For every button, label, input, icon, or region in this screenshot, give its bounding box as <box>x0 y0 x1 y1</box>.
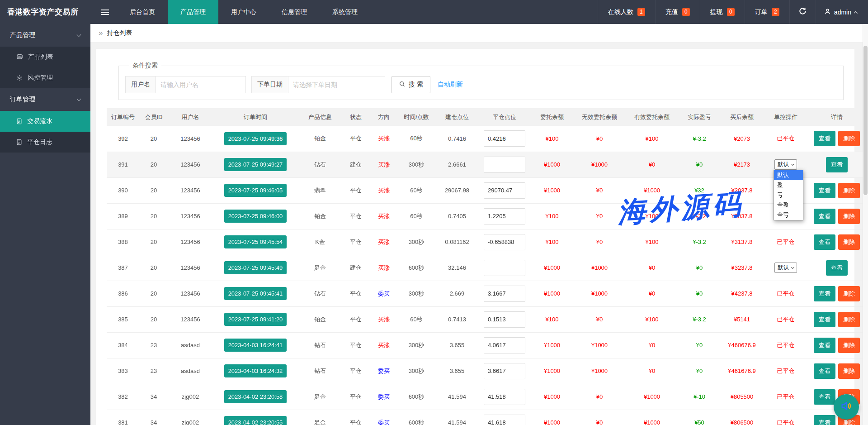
direction-label: 委买 <box>378 419 390 425</box>
close-point-input[interactable] <box>484 234 525 250</box>
sound-fab-button[interactable] <box>834 394 859 420</box>
delete-button[interactable]: 删除 <box>838 209 860 224</box>
view-button[interactable]: 查看 <box>814 312 835 327</box>
table-row: 389201234562023-07-25 09:46:00铂金平仓买涨60秒0… <box>107 203 866 229</box>
sidebar-item-0-1[interactable]: 风控管理 <box>0 67 90 88</box>
delete-button[interactable]: 删除 <box>838 234 860 250</box>
view-button[interactable]: 查看 <box>814 286 835 301</box>
delete-button[interactable]: 删除 <box>838 286 860 301</box>
select-option-1[interactable]: 盈 <box>774 180 803 190</box>
scrollbar[interactable] <box>863 24 868 425</box>
view-button[interactable]: 查看 <box>826 157 848 172</box>
sidebar-item-0-0[interactable]: 产品列表 <box>0 47 90 67</box>
chevron-up-icon <box>854 11 858 14</box>
delete-button[interactable]: 删除 <box>838 363 860 379</box>
close-point-input[interactable] <box>484 157 525 173</box>
product-name: 足金 <box>314 393 326 400</box>
order-time-button[interactable]: 2023-07-25 09:45:49 <box>224 261 287 274</box>
select-option-3[interactable]: 全盈 <box>774 200 803 210</box>
close-point-input[interactable] <box>484 130 525 147</box>
auto-refresh-link[interactable]: 自动刷新 <box>438 81 463 89</box>
status-label: 建仓 <box>350 161 362 168</box>
nav-stat-3[interactable]: 订单2 <box>745 0 789 24</box>
close-point-input[interactable] <box>484 182 525 199</box>
close-point-input[interactable] <box>484 337 525 353</box>
nav-item-3[interactable]: 信息管理 <box>269 0 320 24</box>
sidebar-group-1[interactable]: 订单管理 <box>0 88 90 111</box>
order-time-button[interactable]: 2023-07-25 09:49:36 <box>224 132 287 145</box>
period-label: 600秒 <box>409 264 425 271</box>
close-point-input[interactable] <box>484 415 525 425</box>
actual-profit: ¥-3.2 <box>693 135 706 142</box>
delete-button[interactable]: 删除 <box>838 131 860 146</box>
status-label: 平仓 <box>350 393 362 400</box>
username-input[interactable] <box>156 76 246 93</box>
user-icon <box>824 8 831 16</box>
table-row: 38234zjg0022023-04-02 23:20:58足金平仓委买600秒… <box>107 384 866 410</box>
select-option-4[interactable]: 全亏 <box>774 210 803 220</box>
view-button[interactable]: 查看 <box>814 363 835 379</box>
close-point-input[interactable] <box>484 260 525 276</box>
sidebar-item-label: 产品列表 <box>28 53 53 61</box>
order-time-button[interactable]: 2023-04-03 16:24:32 <box>224 364 287 377</box>
order-time-button[interactable]: 2023-07-25 09:46:00 <box>224 210 287 223</box>
status-label: 平仓 <box>350 419 362 425</box>
order-time-button[interactable]: 2023-04-02 23:20:55 <box>224 416 287 425</box>
close-point-input[interactable] <box>484 363 525 379</box>
sidebar-item-1-1[interactable]: 平仓日志 <box>0 132 90 153</box>
view-button[interactable]: 查看 <box>814 131 835 146</box>
status-label: 建仓 <box>350 264 362 271</box>
sidebar-item-1-0[interactable]: 交易流水 <box>0 111 90 132</box>
open-point: 0.7416 <box>448 135 466 142</box>
close-point-input[interactable] <box>484 311 525 328</box>
member-id: 34 <box>151 419 157 425</box>
nav-stat-2[interactable]: 提现0 <box>700 0 745 24</box>
order-time-button[interactable]: 2023-07-25 09:49:27 <box>224 158 287 171</box>
view-button[interactable]: 查看 <box>814 183 835 198</box>
sidebar-group-0[interactable]: 产品管理 <box>0 24 90 47</box>
view-button[interactable]: 查看 <box>814 209 835 224</box>
order-time-button[interactable]: 2023-07-25 09:46:05 <box>224 184 287 197</box>
order-time-button[interactable]: 2023-04-02 23:20:58 <box>224 390 287 403</box>
nav-stat-0[interactable]: 在线人数1 <box>598 0 655 24</box>
hamburger-menu-icon[interactable] <box>93 0 117 24</box>
username: 123456 <box>180 290 200 297</box>
order-time-button[interactable]: 2023-07-25 09:45:41 <box>224 287 287 300</box>
view-button[interactable]: 查看 <box>814 234 835 250</box>
delete-button[interactable]: 删除 <box>838 183 860 198</box>
nav-item-0[interactable]: 后台首页 <box>117 0 168 24</box>
close-point-input[interactable] <box>484 286 525 302</box>
view-button[interactable]: 查看 <box>814 389 835 405</box>
close-point-input[interactable] <box>484 208 525 224</box>
control-select[interactable]: 默认 <box>774 263 797 273</box>
entrust-balance: ¥1000 <box>544 342 560 349</box>
view-button[interactable]: 查看 <box>814 338 835 353</box>
scrollbar-thumb[interactable] <box>863 46 868 195</box>
view-button[interactable]: 查看 <box>826 260 848 276</box>
column-header-14: 买后余额 <box>720 108 764 126</box>
select-option-2[interactable]: 亏 <box>774 190 803 200</box>
order-date-input[interactable] <box>288 76 385 93</box>
delete-button[interactable]: 删除 <box>838 338 860 353</box>
select-option-0[interactable]: 默认 <box>774 170 803 180</box>
valid-entrust-balance: ¥1000 <box>644 419 660 425</box>
period-label: 600秒 <box>409 419 425 425</box>
position-closed-label: 已平仓 <box>777 239 795 245</box>
view-button[interactable]: 查看 <box>814 415 835 425</box>
nav-stat-1[interactable]: 充值0 <box>655 0 700 24</box>
nav-item-1[interactable]: 产品管理 <box>168 0 218 24</box>
nav-item-4[interactable]: 系统管理 <box>320 0 370 24</box>
order-time-button[interactable]: 2023-07-25 09:41:20 <box>224 313 287 326</box>
nav-item-2[interactable]: 用户中心 <box>218 0 269 24</box>
search-legend: 条件搜索 <box>129 62 161 70</box>
delete-button[interactable]: 删除 <box>838 312 860 327</box>
search-button[interactable]: 搜 索 <box>392 76 430 93</box>
order-id: 385 <box>118 316 128 323</box>
close-point-input[interactable] <box>484 389 525 405</box>
order-time-button[interactable]: 2023-04-03 16:24:41 <box>224 339 287 352</box>
refresh-button[interactable] <box>789 0 816 24</box>
control-select[interactable]: 默认 <box>774 159 797 170</box>
user-menu[interactable]: admin <box>816 0 868 24</box>
open-point: 0.7405 <box>448 213 466 220</box>
order-time-button[interactable]: 2023-07-25 09:45:54 <box>224 235 287 248</box>
